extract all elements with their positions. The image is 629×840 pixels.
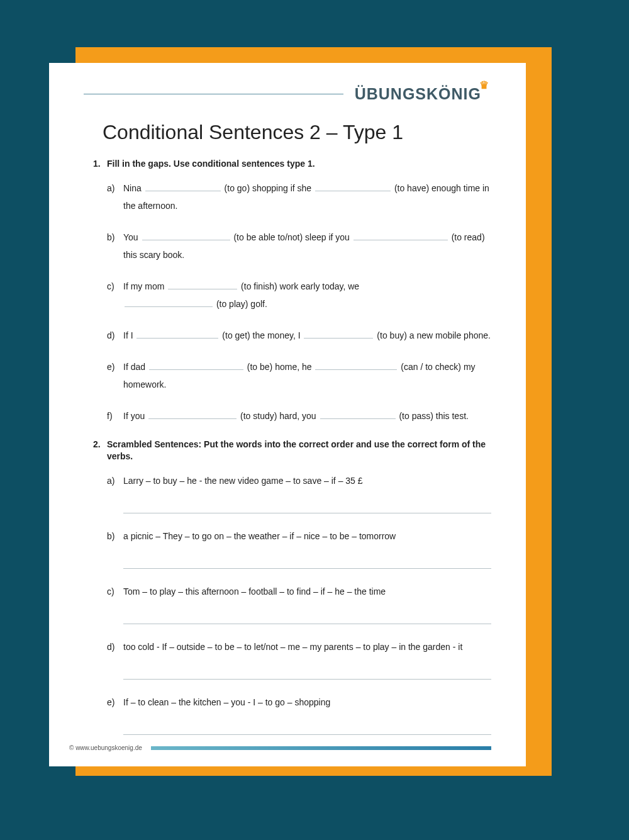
list-item: a)Nina (to go) shopping if she (to have)… xyxy=(107,179,491,215)
worksheet-page: ÜBUNGSKÖNIG ♛ Conditional Sentences 2 – … xyxy=(49,63,526,766)
list-item: e)If dad (to be) home, he (can / to chec… xyxy=(107,358,491,393)
page-title: Conditional Sentences 2 – Type 1 xyxy=(103,121,491,144)
scrambled-text: Larry – to buy – he - the new video game… xyxy=(123,476,363,486)
answer-line[interactable] xyxy=(123,550,491,569)
item-text: Nina (to go) shopping if she (to have) e… xyxy=(123,179,491,215)
header-rule xyxy=(84,94,343,94)
task-heading: 1.Fill in the gaps. Use conditional sent… xyxy=(93,158,491,171)
footer: © www.uebungskoenig.de xyxy=(69,744,491,751)
scrambled-text: If – to clean – the kitchen – you - I – … xyxy=(123,697,330,707)
answer-line[interactable] xyxy=(123,661,491,680)
list-item: c)Tom – to play – this afternoon – footb… xyxy=(107,583,491,624)
item-text: Tom – to play – this afternoon – footbal… xyxy=(123,583,491,624)
scrambled-text: a picnic – They – to go on – the weather… xyxy=(123,531,396,541)
fill-gap[interactable] xyxy=(125,298,213,307)
item-letter: d) xyxy=(107,638,123,680)
answer-line[interactable] xyxy=(123,605,491,624)
task-number: 2. xyxy=(93,439,107,463)
scrambled-text: Tom – to play – this afternoon – footbal… xyxy=(123,586,386,596)
item-text: You (to be able to/not) sleep if you (to… xyxy=(123,228,491,264)
item-text: If I (to get) the money, I (to buy) a ne… xyxy=(123,327,491,344)
item-text: If dad (to be) home, he (can / to check)… xyxy=(123,358,491,393)
task-heading: 2.Scrambled Sentences: Put the words int… xyxy=(93,439,491,463)
list-item: d)If I (to get) the money, I (to buy) a … xyxy=(107,327,491,344)
fill-gap[interactable] xyxy=(136,330,218,339)
fill-gap[interactable] xyxy=(145,182,221,191)
item-text: If my mom (to finish) work early today, … xyxy=(123,277,491,313)
task-instruction: Scrambled Sentences: Put the words into … xyxy=(107,439,491,463)
item-letter: c) xyxy=(107,277,123,313)
task-number: 1. xyxy=(93,158,107,171)
brand-logo: ÜBUNGSKÖNIG ♛ xyxy=(355,85,491,103)
list-item: c)If my mom (to finish) work early today… xyxy=(107,277,491,313)
list-item: f)If you (to study) hard, you (to pass) … xyxy=(107,407,491,425)
fill-gap[interactable] xyxy=(168,281,237,289)
answer-line[interactable] xyxy=(123,495,491,513)
task-items: a)Nina (to go) shopping if she (to have)… xyxy=(107,179,491,425)
task-items: a)Larry – to buy – he - the new video ga… xyxy=(107,472,491,735)
item-letter: e) xyxy=(107,693,123,735)
scrambled-text: too cold - If – outside – to be – to let… xyxy=(123,642,462,652)
item-letter: c) xyxy=(107,583,123,624)
brand-text: ÜBUNGSKÖNIG xyxy=(355,85,481,103)
item-letter: e) xyxy=(107,358,123,393)
header: ÜBUNGSKÖNIG ♛ xyxy=(84,85,491,103)
fill-gap[interactable] xyxy=(304,330,373,339)
item-text: too cold - If – outside – to be – to let… xyxy=(123,638,491,680)
item-letter: f) xyxy=(107,407,123,425)
fill-gap[interactable] xyxy=(320,410,396,419)
item-letter: b) xyxy=(107,527,123,569)
fill-gap[interactable] xyxy=(142,232,230,240)
footer-credit: © www.uebungskoenig.de xyxy=(69,744,142,751)
fill-gap[interactable] xyxy=(353,232,448,240)
item-letter: b) xyxy=(107,228,123,264)
task: 1.Fill in the gaps. Use conditional sent… xyxy=(93,158,491,425)
item-letter: a) xyxy=(107,472,123,513)
list-item: a)Larry – to buy – he - the new video ga… xyxy=(107,472,491,513)
list-item: b)a picnic – They – to go on – the weath… xyxy=(107,527,491,569)
fill-gap[interactable] xyxy=(315,361,397,370)
fill-gap[interactable] xyxy=(315,182,391,191)
footer-bar xyxy=(151,746,491,750)
item-text: a picnic – They – to go on – the weather… xyxy=(123,527,491,569)
task-instruction: Fill in the gaps. Use conditional senten… xyxy=(107,158,315,171)
item-letter: a) xyxy=(107,179,123,215)
item-letter: d) xyxy=(107,327,123,344)
list-item: b)You (to be able to/not) sleep if you (… xyxy=(107,228,491,264)
list-item: d)too cold - If – outside – to be – to l… xyxy=(107,638,491,680)
answer-line[interactable] xyxy=(123,716,491,735)
item-text: Larry – to buy – he - the new video game… xyxy=(123,472,491,513)
crown-icon: ♛ xyxy=(479,79,489,92)
fill-gap[interactable] xyxy=(148,410,237,419)
fill-gap[interactable] xyxy=(149,361,243,370)
list-item: e)If – to clean – the kitchen – you - I … xyxy=(107,693,491,735)
item-text: If – to clean – the kitchen – you - I – … xyxy=(123,693,491,735)
task: 2.Scrambled Sentences: Put the words int… xyxy=(93,439,491,735)
item-text: If you (to study) hard, you (to pass) th… xyxy=(123,407,491,425)
